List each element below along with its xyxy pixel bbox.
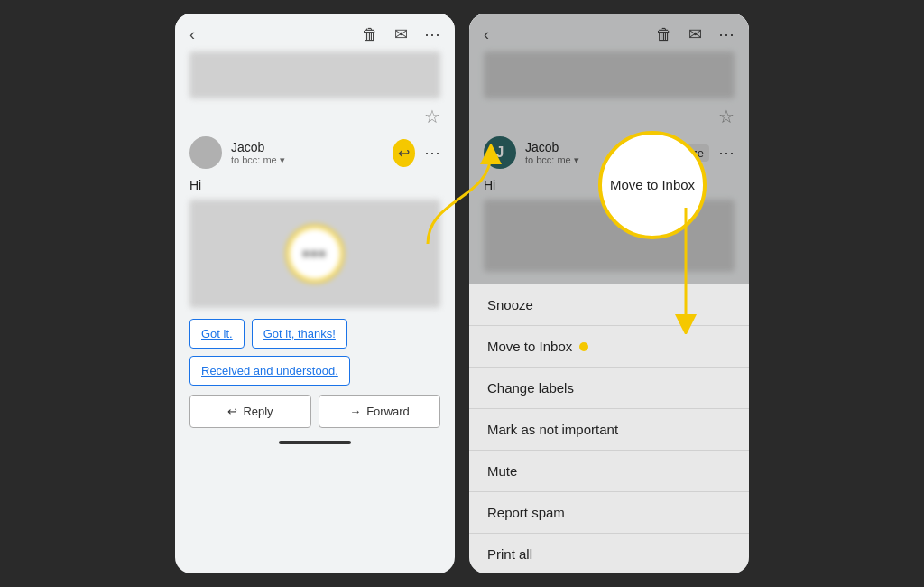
reply-arrow-icon: ↩ [227,405,237,418]
right-more-options-icon[interactable]: ⋯ [718,143,735,163]
right-back-icon[interactable]: ‹ [484,25,489,44]
right-email-header-blurred [484,51,735,98]
email-greeting: Hi [175,174,455,200]
star-icon[interactable]: ☆ [424,106,440,127]
email-header-blurred [189,51,440,98]
zoom-circle: Move to Inbox [598,131,707,239]
forward-arrow-icon: → [349,405,361,418]
avatar [189,136,222,169]
reply-icon[interactable]: ↩ [393,139,415,167]
more-dots-circle[interactable]: ••• [286,225,344,283]
dropdown-move-to-inbox-label: Move to Inbox [487,339,572,354]
right-star-icon[interactable]: ☆ [718,106,735,127]
sender-name: Jacob [231,140,383,154]
quick-replies: Got it. Got it, thanks! Received and und… [175,319,455,386]
delete-icon[interactable]: 🗑 [362,25,378,44]
right-top-nav: ‹ 🗑 ✉ ⋯ [469,14,749,51]
dropdown-print-all[interactable]: Print all [469,534,749,573]
quick-reply-got-it-thanks[interactable]: Got it, thanks! [252,319,347,349]
sender-sub: to bcc: me ▾ [231,154,383,166]
dropdown-move-to-inbox[interactable]: Move to Inbox [469,326,749,368]
right-more-icon[interactable]: ⋯ [718,24,735,44]
dropdown-snooze[interactable]: Snooze [469,284,749,326]
right-avatar: J [484,136,516,169]
dots-label: ••• [302,244,327,265]
dropdown-mark-not-important[interactable]: Mark as not important [469,409,749,451]
forward-button[interactable]: → Forward [319,395,440,428]
dropdown-change-labels[interactable]: Change labels [469,368,749,409]
reply-button[interactable]: ↩ Reply [189,395,311,428]
dropdown-mute[interactable]: Mute [469,451,749,492]
right-delete-icon[interactable]: 🗑 [656,25,672,44]
back-icon[interactable]: ‹ [189,25,195,44]
zoom-circle-move-to-inbox: Move to Inbox [610,176,695,194]
quick-reply-got-it[interactable]: Got it. [189,319,245,349]
home-indicator [279,441,351,444]
forward-label: Forward [366,405,410,418]
dropdown-report-spam[interactable]: Report spam [469,492,749,534]
more-icon[interactable]: ⋯ [424,24,440,44]
reply-label: Reply [243,405,273,418]
left-top-nav: ‹ 🗑 ✉ ⋯ [175,14,455,51]
mail-icon[interactable]: ✉ [394,24,408,44]
email-content-blurred: ••• [189,200,440,308]
quick-reply-received[interactable]: Received and understood. [189,356,350,386]
bottom-actions: ↩ Reply → Forward [175,395,455,428]
sender-row: Jacob to bcc: me ▾ ↩ ⋯ [175,131,455,174]
yellow-dot [579,342,588,351]
more-options-icon[interactable]: ⋯ [424,143,440,163]
dropdown-menu: Snooze Move to Inbox Change labels Mark … [469,284,749,573]
right-mail-icon[interactable]: ✉ [688,24,702,44]
